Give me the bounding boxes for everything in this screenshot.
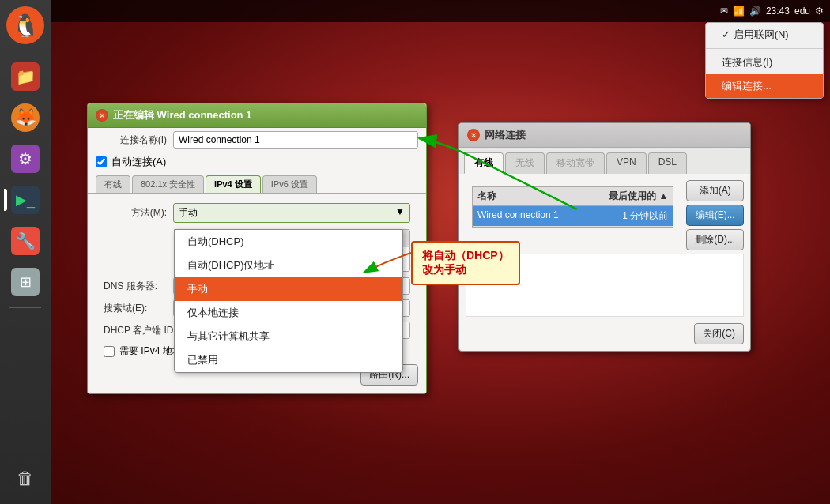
context-menu: 启用联网(N) 连接信息(I) 编辑连接...	[705, 22, 824, 99]
connection-name-input[interactable]	[173, 131, 418, 149]
volume-icon[interactable]: 🔊	[749, 6, 761, 17]
dhcp-label: DHCP 客户端 ID:	[104, 324, 176, 337]
annotation-line1: 将自动（DHCP）	[422, 249, 509, 263]
desktop: 🐧 📁 🦊 ⚙ ▶_ 🔧	[0, 0, 830, 504]
edit-tab-8021x[interactable]: 802.1x 安全性	[132, 175, 204, 193]
auto-connect-row: 自动连接(A)	[88, 152, 426, 172]
network-dialog-footer: 关闭(C)	[459, 317, 750, 351]
method-label: 方法(M):	[104, 206, 167, 220]
terminal-icon[interactable]: ▶_	[6, 181, 44, 219]
dropdown-item-manual[interactable]: 手动	[175, 277, 402, 301]
network-dialog-title: 网络连接	[485, 128, 526, 142]
header-name: 名称	[477, 190, 573, 203]
dropdown-item-shared[interactable]: 与其它计算机共享	[175, 325, 402, 348]
context-menu-item-network[interactable]: 启用联网(N)	[706, 23, 823, 47]
method-select[interactable]: 手动 ▼	[173, 203, 410, 223]
user-display: edu	[794, 6, 810, 17]
annotation-box: 将自动（DHCP） 改为手动	[411, 241, 520, 285]
connection-name-row: 连接名称(I)	[88, 128, 426, 152]
method-row: 方法(M): 手动 ▼	[96, 200, 418, 226]
tab-wired[interactable]: 有线	[464, 152, 504, 174]
annotation-line2: 改为手动	[422, 263, 509, 277]
context-menu-item-info[interactable]: 连接信息(I)	[706, 51, 823, 74]
edit-dialog-titlebar: ✕ 正在编辑 Wired connection 1	[88, 103, 426, 128]
table-row[interactable]: Wired connection 1 1 分钟以前	[473, 206, 673, 227]
add-button[interactable]: 添加(A)	[686, 180, 744, 201]
edit-tab-wired[interactable]: 有线	[96, 175, 130, 193]
connection-name-label: 连接名称(I)	[96, 134, 167, 147]
tab-wireless[interactable]: 无线	[505, 152, 545, 174]
settings-topbar-icon[interactable]: ⚙	[815, 6, 824, 17]
firefox-icon[interactable]: 🦊	[6, 99, 44, 137]
edit-tab-ipv6[interactable]: IPv6 设置	[262, 175, 317, 193]
topbar-icons: ✉ 📶 🔊 23:43 edu ⚙	[720, 6, 824, 17]
tab-vpn[interactable]: VPN	[606, 152, 647, 174]
ipv4-complete-checkbox[interactable]	[104, 346, 115, 357]
apps-icon[interactable]: ⚙	[6, 140, 44, 178]
header-lastused: 最后使用的 ▲	[573, 190, 669, 203]
method-dropdown: 自动(DHCP) 自动(DHCP)仅地址 手动 仅本地连接 与其它计算机共享 已…	[174, 229, 403, 373]
network-connections-table: 名称 最后使用的 ▲ Wired connection 1 1 分钟以前	[472, 186, 673, 228]
ubuntu-icon[interactable]: 🐧	[6, 6, 44, 44]
auto-connect-label: 自动连接(A)	[111, 155, 166, 169]
edit-dialog-title: 正在编辑 Wired connection 1	[113, 108, 251, 122]
delete-button[interactable]: 删除(D)...	[686, 229, 744, 250]
topbar: ✉ 📶 🔊 23:43 edu ⚙	[51, 0, 830, 22]
context-menu-item-edit[interactable]: 编辑连接...	[706, 74, 823, 98]
system-settings-icon[interactable]: 🔧	[6, 222, 44, 260]
auto-connect-checkbox[interactable]	[96, 156, 107, 167]
dropdown-item-disabled[interactable]: 已禁用	[175, 348, 402, 372]
time-display: 23:43	[766, 6, 790, 17]
context-menu-divider	[706, 48, 823, 49]
table-header: 名称 最后使用的 ▲	[473, 187, 673, 206]
table-cell-name: Wired connection 1	[477, 209, 573, 223]
network-connections-dialog: ✕ 网络连接 有线 无线 移动宽带 VPN DSL	[458, 122, 751, 352]
edit-tab-bar: 有线 802.1x 安全性 IPv4 设置 IPv6 设置	[88, 172, 426, 194]
dropdown-item-auto-dhcp[interactable]: 自动(DHCP)	[175, 230, 402, 254]
mail-icon[interactable]: ✉	[720, 6, 728, 17]
taskbar: 🐧 📁 🦊 ⚙ ▶_ 🔧	[0, 0, 51, 504]
trash-icon[interactable]: 🗑	[6, 460, 44, 498]
network-dialog-titlebar: ✕ 网络连接	[459, 123, 750, 148]
taskbar-separator2	[9, 307, 41, 308]
close-button[interactable]: 关闭(C)	[694, 323, 744, 344]
another-icon[interactable]: ⊞	[6, 263, 44, 301]
tab-mobile[interactable]: 移动宽带	[546, 152, 605, 174]
network-icon[interactable]: 📶	[733, 6, 745, 17]
action-buttons: 添加(A) 编辑(E)... 删除(D)...	[686, 180, 744, 250]
dns-label: DNS 服务器:	[104, 280, 167, 293]
files-icon[interactable]: 📁	[6, 58, 44, 96]
tab-dsl[interactable]: DSL	[648, 152, 687, 174]
network-tab-bar: 有线 无线 移动宽带 VPN DSL	[459, 148, 750, 174]
network-dialog-close[interactable]: ✕	[467, 129, 480, 141]
edit-dialog-close[interactable]: ✕	[96, 109, 108, 122]
taskbar-separator	[9, 51, 41, 51]
dropdown-item-local[interactable]: 仅本地连接	[175, 301, 402, 325]
table-cell-lastused: 1 分钟以前	[573, 209, 669, 223]
edit-tab-ipv4[interactable]: IPv4 设置	[206, 175, 261, 193]
dropdown-item-auto-dhcp-addr[interactable]: 自动(DHCP)仅地址	[175, 254, 402, 277]
edit-button[interactable]: 编辑(E)...	[686, 205, 744, 226]
search-label: 搜索域(E):	[104, 302, 167, 315]
